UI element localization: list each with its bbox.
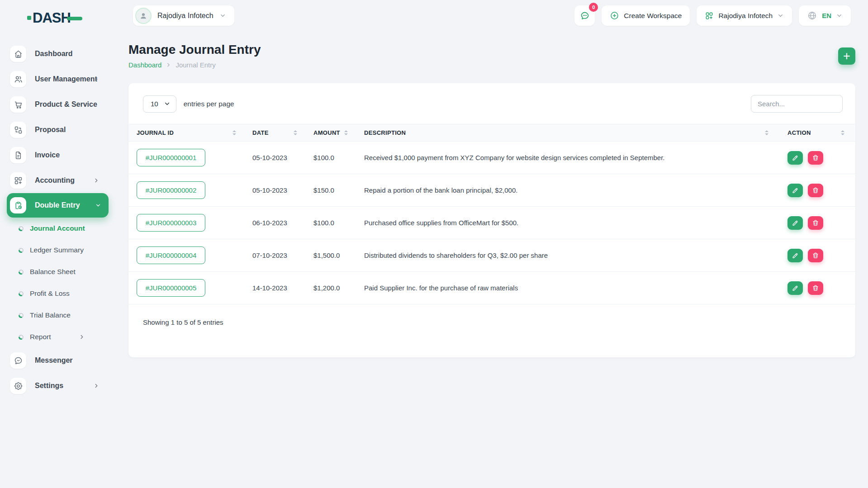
journal-entry-card: 10 entries per page JOURNAL ID DATE AMOU… — [128, 83, 855, 357]
notifications-button[interactable]: 0 — [574, 5, 595, 26]
sort-icon — [841, 130, 844, 135]
sort-icon — [344, 130, 348, 135]
globe-icon — [807, 10, 817, 21]
journal-id-badge: #JUR000000001 — [137, 149, 205, 166]
gear-icon — [10, 378, 26, 394]
column-header-date[interactable]: DATE — [242, 124, 303, 142]
entries-per-page-label: entries per page — [184, 100, 234, 108]
users-icon — [10, 71, 26, 87]
column-header-description[interactable]: DESCRIPTION — [353, 124, 774, 142]
trash-icon — [812, 252, 819, 259]
delete-button[interactable] — [808, 151, 823, 165]
sidebar-item-label: User Management — [35, 75, 97, 83]
sidebar-subitem-profit-loss[interactable]: Profit & Loss — [0, 283, 109, 304]
column-header-amount[interactable]: AMOUNT — [303, 124, 353, 142]
delete-button[interactable] — [808, 249, 823, 262]
sidebar: DASH Dashboard User Management Product &… — [0, 0, 109, 488]
sidebar-item-label: Settings — [35, 382, 63, 390]
trash-icon — [812, 187, 819, 194]
delete-button[interactable] — [808, 281, 823, 295]
sidebar-subitem-report[interactable]: Report — [0, 326, 109, 348]
sidebar-subitem-journal-account[interactable]: Journal Account — [0, 218, 109, 239]
invoice-file-icon — [10, 147, 26, 163]
column-header-journal-id[interactable]: JOURNAL ID — [128, 124, 242, 142]
sidebar-item-dashboard[interactable]: Dashboard — [0, 41, 109, 66]
edit-button[interactable] — [787, 281, 803, 295]
bullet-icon — [19, 226, 24, 231]
sidebar-item-label: Invoice — [35, 151, 60, 159]
edit-button[interactable] — [787, 151, 803, 165]
sidebar-item-invoice[interactable]: Invoice — [0, 142, 109, 168]
company-selector[interactable]: Rajodiya Infotech — [697, 5, 792, 26]
avatar — [135, 8, 152, 24]
add-journal-entry-button[interactable]: + — [838, 47, 855, 65]
journal-id-badge: #JUR000000002 — [137, 181, 205, 199]
bullet-icon — [19, 313, 24, 318]
app-logo[interactable]: DASH — [27, 11, 82, 25]
entries-per-page-value: 10 — [151, 100, 158, 108]
breadcrumb-dashboard-link[interactable]: Dashboard — [128, 61, 161, 69]
sidebar-item-proposal[interactable]: Proposal — [0, 117, 109, 142]
language-selector[interactable]: EN — [799, 5, 851, 26]
workspace-name: Rajodiya Infotech — [157, 12, 213, 20]
pencil-icon — [792, 284, 799, 292]
chevron-right-icon — [93, 383, 100, 389]
bullet-icon — [19, 270, 24, 275]
chevron-right-icon — [93, 76, 100, 82]
breadcrumb-current: Journal Entry — [175, 61, 215, 69]
create-workspace-button[interactable]: Create Workspace — [602, 5, 690, 26]
table-row: #JUR000000004 07-10-2023 $1,500.0 Distri… — [128, 239, 855, 272]
sort-icon — [294, 130, 297, 135]
sidebar-item-label: Accounting — [35, 176, 75, 185]
sidebar-menu: Dashboard User Management Product & Serv… — [0, 41, 109, 398]
sidebar-item-settings[interactable]: Settings — [0, 373, 109, 398]
sidebar-subitem-ledger-summary[interactable]: Ledger Summary — [0, 239, 109, 261]
logo-accent-bar — [67, 17, 82, 20]
search-input[interactable] — [751, 95, 843, 113]
chevron-down-icon — [219, 12, 226, 19]
sidebar-item-label: Messenger — [35, 356, 73, 365]
chevron-right-icon — [79, 334, 85, 340]
sidebar-item-messenger[interactable]: Messenger — [0, 348, 109, 373]
delete-button[interactable] — [808, 216, 823, 230]
description-cell: Paid Supplier Inc. for the purchase of r… — [353, 272, 774, 304]
company-name: Rajodiya Infotech — [718, 12, 773, 20]
entries-per-page-select[interactable]: 10 — [143, 95, 176, 113]
delete-button[interactable] — [808, 184, 823, 197]
sidebar-subitem-balance-sheet[interactable]: Balance Sheet — [0, 261, 109, 283]
page-title: Manage Journal Entry — [128, 43, 261, 57]
grid-plus-icon — [705, 11, 714, 20]
logo-accent-dot — [27, 16, 31, 20]
sidebar-subitem-label: Ledger Summary — [30, 246, 84, 254]
chevron-right-icon — [93, 177, 100, 184]
sidebar-subitem-label: Report — [30, 333, 51, 341]
grid-plus-icon — [10, 172, 26, 189]
edit-button[interactable] — [787, 249, 803, 262]
sidebar-item-double-entry[interactable]: Double Entry — [7, 193, 109, 218]
notification-count-badge: 0 — [589, 3, 598, 12]
sidebar-subitem-label: Profit & Loss — [30, 289, 70, 298]
chevron-down-icon — [836, 12, 843, 19]
sidebar-item-user-management[interactable]: User Management — [0, 66, 109, 92]
date-cell: 05-10-2023 — [242, 174, 303, 207]
chevron-down-icon — [95, 202, 101, 208]
create-workspace-label: Create Workspace — [624, 12, 682, 20]
date-cell: 07-10-2023 — [242, 239, 303, 272]
sidebar-subitem-trial-balance[interactable]: Trial Balance — [0, 304, 109, 326]
bullet-icon — [19, 248, 24, 253]
workspace-selector[interactable]: Rajodiya Infotech — [133, 5, 234, 26]
sidebar-item-accounting[interactable]: Accounting — [0, 168, 109, 193]
sidebar-item-label: Proposal — [35, 126, 66, 134]
bullet-icon — [19, 335, 24, 340]
edit-button[interactable] — [787, 216, 803, 230]
date-cell: 05-10-2023 — [242, 142, 303, 174]
amount-cell: $100.0 — [303, 142, 353, 174]
table-row: #JUR000000003 06-10-2023 $100.0 Purchase… — [128, 207, 855, 239]
edit-button[interactable] — [787, 184, 803, 197]
sort-icon — [765, 130, 768, 135]
amount-cell: $150.0 — [303, 174, 353, 207]
column-header-action[interactable]: ACTION — [774, 124, 855, 142]
journal-entries-table: JOURNAL ID DATE AMOUNT DESCRIPTION ACTIO… — [128, 124, 855, 304]
page-header: Manage Journal Entry Dashboard Journal E… — [128, 43, 261, 69]
sidebar-item-product-service[interactable]: Product & Service — [0, 92, 109, 117]
